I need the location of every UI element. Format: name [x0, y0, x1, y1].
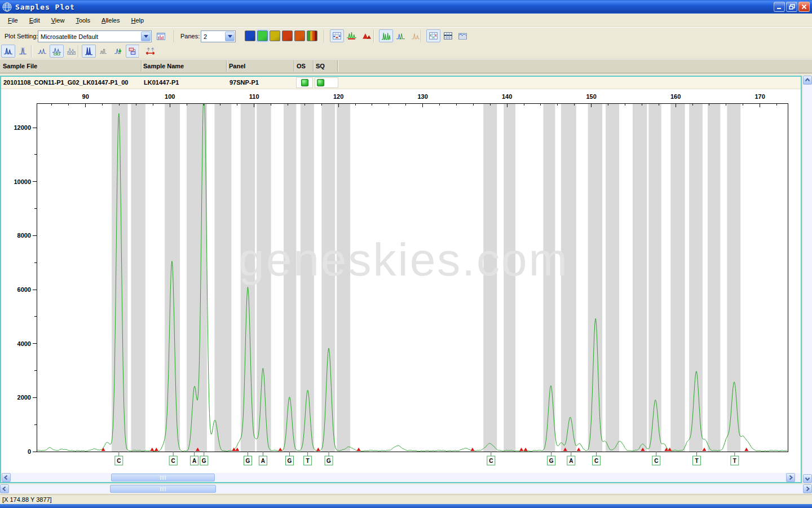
- svg-text:G: G: [549, 458, 554, 464]
- scroll-down-icon[interactable]: [803, 474, 812, 483]
- menu-bar: FileEditViewToolsAllelesHelp: [0, 14, 812, 27]
- dye-all-button[interactable]: [307, 30, 317, 41]
- plot-table-icon: [429, 32, 438, 40]
- svg-text:120: 120: [333, 93, 343, 100]
- window-scrollbar-thumb[interactable]: [110, 485, 216, 493]
- pan-peak-icon: [113, 47, 123, 55]
- pane-layout-group: [1, 45, 30, 58]
- size-align-button[interactable]: [143, 45, 157, 58]
- column-divider: [226, 60, 227, 72]
- show-plots-button[interactable]: [379, 29, 393, 42]
- dual-pane-button[interactable]: [1, 45, 15, 58]
- overlay-plots-button[interactable]: [394, 29, 408, 42]
- dye-green-button[interactable]: [257, 30, 268, 41]
- toolbar-separator: [139, 45, 140, 58]
- menu-edit[interactable]: Edit: [24, 15, 46, 25]
- scroll-right-icon[interactable]: [803, 484, 812, 493]
- scroll-left-icon[interactable]: [0, 484, 9, 493]
- dye-orange-button[interactable]: [294, 30, 305, 41]
- sq-cell[interactable]: [315, 77, 338, 88]
- plot-setting-value: Microsatellite Default: [41, 33, 98, 40]
- size-marker-icon: [524, 448, 528, 451]
- sample-file-cell[interactable]: 20101108_CON11-P1_G02_LK01447-P1_00: [3, 79, 142, 86]
- svg-text:G: G: [246, 458, 250, 464]
- plot-setting-dropdown-icon[interactable]: [141, 32, 151, 41]
- single-pane-button[interactable]: [16, 45, 30, 58]
- panes-dropdown-icon[interactable]: [225, 32, 235, 41]
- svg-text:90: 90: [82, 93, 89, 100]
- genotypes-table-button[interactable]: [330, 29, 344, 42]
- svg-text:140: 140: [502, 93, 512, 100]
- size-marker-icon: [357, 448, 361, 451]
- single-pane-icon: [18, 47, 28, 55]
- panes-select[interactable]: 2: [201, 30, 236, 42]
- column-sq[interactable]: SQ: [316, 63, 325, 69]
- plot-scrollbar-thumb[interactable]: [111, 474, 215, 481]
- column-sample-name[interactable]: Sample Name: [143, 63, 184, 69]
- column-sample-file[interactable]: Sample File: [3, 63, 37, 69]
- menu-view[interactable]: View: [46, 15, 70, 25]
- plot-table-button[interactable]: [426, 29, 440, 42]
- size-match-peaks-button[interactable]: [345, 29, 359, 42]
- column-os[interactable]: OS: [297, 63, 306, 69]
- scroll-right-icon[interactable]: [786, 473, 795, 482]
- peaks-plain-button[interactable]: [35, 45, 49, 58]
- sample-table-row[interactable]: 20101108_CON11-P1_G02_LK01447-P1_00 LK01…: [1, 77, 801, 89]
- restore-button[interactable]: [786, 2, 797, 12]
- plot-settings-editor-button[interactable]: [154, 30, 168, 43]
- column-panel[interactable]: Panel: [229, 63, 245, 69]
- plot-horizontal-scrollbar[interactable]: [1, 473, 801, 482]
- size-marker-icon: [155, 448, 158, 451]
- minimize-button[interactable]: [774, 2, 785, 12]
- peaks-plain-icon: [37, 47, 47, 55]
- cursor-coordinates: [X 174.88 Y 3877]: [2, 496, 52, 503]
- show-plots-icon: [381, 32, 391, 40]
- table-chart-button[interactable]: [456, 29, 470, 42]
- dye-blue-button[interactable]: [245, 30, 255, 41]
- sq-status-icon[interactable]: [317, 79, 324, 86]
- svg-text:160: 160: [670, 93, 681, 100]
- menu-tools[interactable]: Tools: [70, 15, 96, 25]
- peak-bins-button[interactable]: [50, 45, 64, 58]
- combined-table-icon: [443, 32, 453, 40]
- panel-cell[interactable]: 97SNP-P1: [230, 79, 293, 86]
- svg-text:12000: 12000: [14, 124, 31, 131]
- svg-text:T: T: [695, 458, 698, 464]
- svg-text:10000: 10000: [14, 178, 31, 185]
- main-toolbar: Plot Setting: Microsatellite Default Pan…: [0, 27, 812, 44]
- sample-plot-pane: 20101108_CON11-P1_G02_LK01447-P1_00 LK01…: [0, 76, 802, 483]
- pan-peak-button[interactable]: [111, 45, 125, 58]
- electropherogram-plot[interactable]: geneskies.com901001101201301401501601700…: [1, 89, 801, 473]
- os-status-icon[interactable]: [301, 79, 308, 86]
- svg-text:G: G: [288, 458, 292, 464]
- panes-vertical-scrollbar[interactable]: [803, 76, 812, 483]
- plot-setting-select[interactable]: Microsatellite Default: [38, 30, 152, 42]
- bin-display-group: [35, 45, 78, 58]
- menu-help[interactable]: Help: [125, 15, 149, 25]
- raw-data-peaks-button[interactable]: [359, 29, 373, 42]
- electropherogram-area: geneskies.com901001101201301401501601700…: [1, 89, 801, 473]
- dye-yellow-button[interactable]: [270, 30, 280, 41]
- sample-name-cell[interactable]: LK01447-P1: [144, 79, 226, 86]
- svg-text:C: C: [117, 458, 121, 464]
- scale-bars-button[interactable]: [96, 45, 111, 58]
- close-button[interactable]: [798, 2, 810, 12]
- window-horizontal-scrollbar[interactable]: [0, 484, 812, 493]
- peak-all-bins-button[interactable]: [64, 45, 78, 58]
- os-cell[interactable]: [296, 77, 313, 88]
- size-marker-icon: [703, 448, 707, 451]
- combined-table-button[interactable]: [441, 29, 455, 42]
- toolbar-separator: [324, 30, 325, 42]
- size-marker-icon: [577, 448, 581, 451]
- full-scale-button[interactable]: [82, 45, 96, 58]
- menu-file[interactable]: File: [2, 15, 24, 25]
- dye-red-button[interactable]: [282, 30, 293, 41]
- menu-alleles[interactable]: Alleles: [96, 15, 125, 25]
- label-boxes-button[interactable]: [126, 45, 140, 58]
- toolbar-separator: [31, 45, 32, 58]
- svg-text:2000: 2000: [17, 394, 31, 401]
- scroll-left-icon[interactable]: [2, 473, 11, 482]
- peak-bins-icon: [52, 47, 61, 55]
- svg-text:C: C: [489, 458, 493, 464]
- scroll-up-icon[interactable]: [803, 76, 812, 85]
